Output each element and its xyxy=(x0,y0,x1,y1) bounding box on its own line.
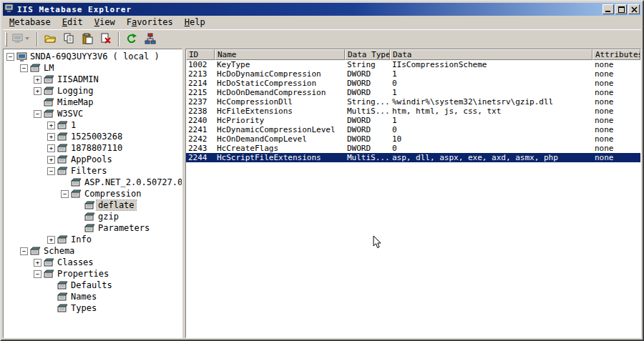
tree-item-label: Classes xyxy=(56,257,95,267)
expand-toggle-icon[interactable]: + xyxy=(34,259,42,267)
collapse-toggle-icon[interactable]: − xyxy=(47,167,55,175)
collapse-toggle-icon[interactable]: − xyxy=(61,190,69,198)
expand-toggle-icon[interactable]: + xyxy=(47,156,55,164)
tree-item-defaults[interactable]: Defaults xyxy=(4,280,182,291)
expand-toggle-icon[interactable]: + xyxy=(34,76,42,84)
column-header-attributes[interactable]: Attributes xyxy=(592,49,640,60)
network-button[interactable] xyxy=(141,31,160,47)
delete-icon xyxy=(100,33,112,46)
tree-item-types[interactable]: Types xyxy=(4,302,182,314)
copy-button[interactable] xyxy=(59,31,78,47)
collapse-toggle-icon[interactable]: − xyxy=(34,110,42,118)
tree-item-apppools[interactable]: +AppPools xyxy=(4,154,182,165)
toolbar xyxy=(3,29,641,49)
table-cell: HcDoOnDemandCompression xyxy=(215,88,345,97)
tree-item-parameters[interactable]: Parameters xyxy=(4,222,182,234)
table-cell: 1002 xyxy=(186,60,215,69)
table-row-1002[interactable]: 1002KeyTypeStringIIsCompressionSchemenon… xyxy=(186,60,640,69)
tree-item-mimemap[interactable]: MimeMap xyxy=(4,97,182,108)
table-row-2237[interactable]: 2237HcCompressionDllString...%windir%\sy… xyxy=(186,97,640,107)
tree-item-filters[interactable]: −Filters xyxy=(4,165,182,177)
column-header-name[interactable]: Name xyxy=(215,49,345,60)
table-row-2241[interactable]: 2241HcDynamicCompressionLevelDWORD0none xyxy=(186,125,640,134)
tree-item-gzip[interactable]: gzip xyxy=(4,211,182,222)
menu-edit[interactable]: Edit xyxy=(57,16,89,29)
metabase-node-icon xyxy=(44,75,56,84)
table-row-2240[interactable]: 2240HcPriorityDWORD1none xyxy=(186,116,640,125)
expand-toggle-icon[interactable]: + xyxy=(47,122,55,129)
tree-item-label: deflate xyxy=(97,200,136,210)
metabase-node-icon xyxy=(30,64,42,72)
close-button[interactable] xyxy=(628,4,640,14)
open-button[interactable] xyxy=(41,31,59,47)
tree-item-properties[interactable]: −Properties xyxy=(4,268,182,280)
table-row-2213[interactable]: 2213HcDoDynamicCompressionDWORD1none xyxy=(186,69,640,79)
table-cell: HcCreateFlags xyxy=(215,144,345,153)
tree-item-schema[interactable]: −Schema xyxy=(4,245,182,257)
expand-toggle-icon[interactable]: + xyxy=(34,87,42,95)
list-pane[interactable]: IDNameData TypeDataAttributes 1002KeyTyp… xyxy=(185,49,641,338)
collapse-toggle-icon[interactable]: − xyxy=(20,64,28,72)
expand-toggle-icon[interactable]: + xyxy=(47,236,55,244)
menu-help[interactable]: Help xyxy=(179,16,211,29)
collapse-toggle-icon[interactable]: − xyxy=(34,270,42,278)
table-cell: 0 xyxy=(390,79,592,88)
tree-item-logging[interactable]: +Logging xyxy=(4,85,182,97)
tree-item-asp-net-2-0-50727-0[interactable]: ASP.NET_2.0.50727.0 xyxy=(4,177,182,188)
tree-item-label: AppPools xyxy=(69,154,114,164)
toggle-spacer xyxy=(74,213,82,221)
tree-item-iisadmin[interactable]: +IISADMIN xyxy=(4,74,182,85)
tree-item-names[interactable]: Names xyxy=(4,291,182,302)
tree-item-lm[interactable]: −LM xyxy=(4,62,182,74)
column-header-data[interactable]: Data xyxy=(390,49,592,60)
list-body[interactable]: 1002KeyTypeStringIIsCompressionSchemenon… xyxy=(186,60,640,337)
table-cell: HcOnDemandCompLevel xyxy=(215,134,345,144)
minimize-button[interactable] xyxy=(602,4,614,14)
metabase-node-icon xyxy=(57,281,69,290)
metabase-node-icon xyxy=(44,98,56,107)
refresh-button[interactable] xyxy=(122,31,141,47)
table-row-2243[interactable]: 2243HcCreateFlagsDWORD0none xyxy=(186,144,640,153)
table-row-2214[interactable]: 2214HcDoStaticCompressionDWORD0none xyxy=(186,79,640,88)
tree-item-1[interactable]: +1 xyxy=(4,119,182,131)
tree-item-1525003268[interactable]: +1525003268 xyxy=(4,131,182,142)
metabase-node-icon xyxy=(57,304,69,312)
tree-item-1878807110[interactable]: +1878807110 xyxy=(4,142,182,154)
tree-item-label: 1878807110 xyxy=(69,143,124,153)
paste-icon xyxy=(82,33,93,46)
column-header-data-type[interactable]: Data Type xyxy=(345,49,390,60)
delete-button[interactable] xyxy=(97,31,115,47)
expand-toggle-icon[interactable]: + xyxy=(47,144,55,152)
table-row-2238[interactable]: 2238HcFileExtensionsMultiS...htm, html, … xyxy=(186,107,640,116)
tree-item-w3svc[interactable]: −W3SVC xyxy=(4,108,182,119)
table-cell: none xyxy=(592,107,640,116)
table-cell: 2244 xyxy=(186,153,215,162)
menu-favorites[interactable]: Favorites xyxy=(121,16,179,29)
toolbar-grip[interactable] xyxy=(5,32,7,46)
table-row-2244[interactable]: 2244HcScriptFileExtensionsMultiS...asp, … xyxy=(186,153,640,162)
close-icon xyxy=(631,4,638,15)
table-row-2242[interactable]: 2242HcOnDemandCompLevelDWORD10none xyxy=(186,134,640,144)
tree-item-compression[interactable]: −Compression xyxy=(4,188,182,199)
menu-view[interactable]: View xyxy=(89,16,121,29)
expand-toggle-icon[interactable]: + xyxy=(47,133,55,141)
paste-button[interactable] xyxy=(78,31,97,47)
tree-item-info[interactable]: +Info xyxy=(4,234,182,245)
tree-item-deflate[interactable]: deflate xyxy=(4,199,182,211)
metabase-node-icon xyxy=(44,87,56,95)
tree-item-label: Info xyxy=(69,234,93,244)
table-row-2215[interactable]: 2215HcDoOnDemandCompressionDWORD1none xyxy=(186,88,640,97)
column-header-id[interactable]: ID xyxy=(186,49,215,60)
tree-item-classes[interactable]: +Classes xyxy=(4,257,182,268)
tree-item-snda-69q3uyy3v6-local[interactable]: −SNDA-69Q3UYY3V6 ( local ) xyxy=(4,51,182,62)
menu-metabase[interactable]: Metabase xyxy=(4,16,57,29)
tree-pane[interactable]: −SNDA-69Q3UYY3V6 ( local )−LM+IISADMIN+L… xyxy=(3,49,182,338)
collapse-toggle-icon[interactable]: − xyxy=(6,53,14,61)
titlebar[interactable]: IIS Metabase Explorer xyxy=(3,3,641,16)
connect-button[interactable] xyxy=(9,31,34,47)
collapse-toggle-icon[interactable]: − xyxy=(20,247,28,255)
maximize-button[interactable] xyxy=(615,4,627,14)
table-cell: HcFileExtensions xyxy=(215,107,345,116)
table-cell: 2213 xyxy=(186,69,215,79)
table-cell: none xyxy=(592,134,640,144)
